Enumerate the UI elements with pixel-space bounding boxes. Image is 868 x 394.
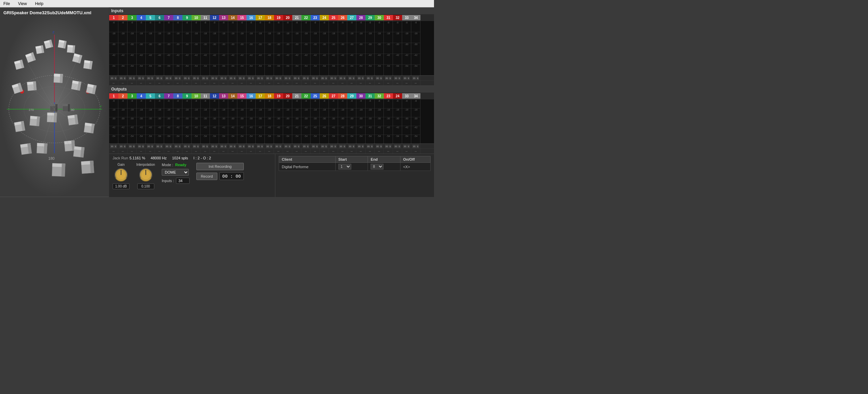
mute-btn[interactable]: m: [302, 76, 306, 80]
mute-btn[interactable]: m: [376, 144, 379, 148]
solo-btn[interactable]: s: [160, 76, 163, 80]
menu-help[interactable]: Help: [33, 1, 45, 6]
solo-btn[interactable]: s: [197, 144, 199, 148]
mute-btn[interactable]: m: [110, 76, 114, 80]
canvas-3d[interactable]: Y Z 270 90 180: [0, 7, 109, 197]
solo-btn[interactable]: s: [197, 76, 199, 80]
solo-btn[interactable]: s: [151, 144, 154, 148]
mute-btn[interactable]: m: [330, 76, 334, 80]
solo-btn[interactable]: s: [233, 76, 236, 80]
mute-btn[interactable]: m: [174, 76, 178, 80]
mute-btn[interactable]: m: [275, 144, 279, 148]
mute-btn[interactable]: m: [238, 144, 242, 148]
mute-btn[interactable]: m: [385, 144, 389, 148]
solo-btn[interactable]: s: [178, 144, 181, 148]
solo-btn[interactable]: s: [316, 76, 318, 80]
mute-btn[interactable]: m: [394, 144, 398, 148]
mute-btn[interactable]: m: [302, 144, 306, 148]
mute-btn[interactable]: m: [119, 144, 123, 148]
mute-btn[interactable]: m: [147, 76, 151, 80]
solo-btn[interactable]: s: [169, 76, 172, 80]
solo-btn[interactable]: s: [389, 144, 392, 148]
mute-btn[interactable]: m: [321, 76, 324, 80]
mute-btn[interactable]: m: [220, 144, 224, 148]
solo-btn[interactable]: s: [224, 76, 227, 80]
mute-btn[interactable]: m: [211, 76, 215, 80]
solo-btn[interactable]: s: [123, 76, 126, 80]
solo-btn[interactable]: s: [325, 144, 328, 148]
mute-btn[interactable]: m: [257, 144, 260, 148]
mute-btn[interactable]: m: [138, 144, 141, 148]
mute-btn[interactable]: m: [367, 76, 370, 80]
mute-btn[interactable]: m: [293, 144, 297, 148]
mute-btn[interactable]: m: [110, 144, 114, 148]
solo-btn[interactable]: s: [343, 144, 346, 148]
mute-btn[interactable]: m: [385, 76, 389, 80]
solo-btn[interactable]: s: [279, 144, 282, 148]
mute-btn[interactable]: m: [403, 76, 407, 80]
solo-btn[interactable]: s: [343, 76, 346, 80]
solo-btn[interactable]: s: [416, 144, 419, 148]
mute-btn[interactable]: m: [229, 76, 233, 80]
mute-btn[interactable]: m: [156, 76, 160, 80]
solo-btn[interactable]: s: [215, 144, 218, 148]
mute-btn[interactable]: m: [367, 144, 370, 148]
solo-btn[interactable]: s: [407, 144, 410, 148]
solo-btn[interactable]: s: [334, 76, 337, 80]
inputs-count-field[interactable]: [176, 178, 190, 184]
mute-btn[interactable]: m: [165, 144, 169, 148]
end-select[interactable]: 1234567891011121314151617181920212223242…: [371, 164, 383, 170]
onoff-cell[interactable]: <X>: [400, 163, 430, 171]
mute-btn[interactable]: m: [412, 76, 416, 80]
solo-btn[interactable]: s: [398, 144, 401, 148]
mute-btn[interactable]: m: [357, 144, 361, 148]
solo-btn[interactable]: s: [142, 76, 144, 80]
mute-btn[interactable]: m: [284, 144, 288, 148]
mute-btn[interactable]: m: [266, 76, 270, 80]
mute-btn[interactable]: m: [339, 144, 343, 148]
mute-btn[interactable]: m: [183, 76, 187, 80]
mute-btn[interactable]: m: [348, 76, 352, 80]
mute-btn[interactable]: m: [129, 144, 132, 148]
mute-btn[interactable]: m: [193, 144, 196, 148]
solo-btn[interactable]: s: [133, 76, 135, 80]
solo-btn[interactable]: s: [123, 144, 126, 148]
solo-btn[interactable]: s: [215, 76, 218, 80]
mute-btn[interactable]: m: [321, 144, 324, 148]
mute-btn[interactable]: m: [293, 76, 297, 80]
mute-btn[interactable]: m: [403, 144, 407, 148]
mute-btn[interactable]: m: [193, 76, 196, 80]
mute-btn[interactable]: m: [248, 76, 251, 80]
solo-btn[interactable]: s: [114, 144, 117, 148]
mute-btn[interactable]: m: [238, 76, 242, 80]
mute-btn[interactable]: m: [357, 76, 361, 80]
mute-btn[interactable]: m: [165, 76, 169, 80]
solo-btn[interactable]: s: [325, 76, 328, 80]
start-select[interactable]: 12345678910111213141516: [338, 164, 351, 170]
gain-knob[interactable]: [114, 168, 128, 182]
solo-btn[interactable]: s: [389, 76, 392, 80]
solo-btn[interactable]: s: [206, 144, 209, 148]
solo-btn[interactable]: s: [288, 144, 291, 148]
solo-btn[interactable]: s: [380, 144, 382, 148]
solo-btn[interactable]: s: [151, 76, 154, 80]
solo-btn[interactable]: s: [169, 144, 172, 148]
solo-btn[interactable]: s: [114, 76, 117, 80]
solo-btn[interactable]: s: [188, 76, 190, 80]
mute-btn[interactable]: m: [174, 144, 178, 148]
mute-btn[interactable]: m: [202, 144, 205, 148]
solo-btn[interactable]: s: [270, 144, 273, 148]
solo-btn[interactable]: s: [380, 76, 382, 80]
mute-btn[interactable]: m: [412, 144, 416, 148]
solo-btn[interactable]: s: [352, 76, 355, 80]
interpolation-knob[interactable]: [139, 168, 153, 182]
mute-btn[interactable]: m: [229, 144, 233, 148]
solo-btn[interactable]: s: [206, 76, 209, 80]
mute-btn[interactable]: m: [275, 76, 279, 80]
solo-btn[interactable]: s: [316, 144, 318, 148]
solo-btn[interactable]: s: [407, 76, 410, 80]
mute-btn[interactable]: m: [312, 144, 315, 148]
solo-btn[interactable]: s: [288, 76, 291, 80]
mute-btn[interactable]: m: [348, 144, 352, 148]
solo-btn[interactable]: s: [178, 76, 181, 80]
